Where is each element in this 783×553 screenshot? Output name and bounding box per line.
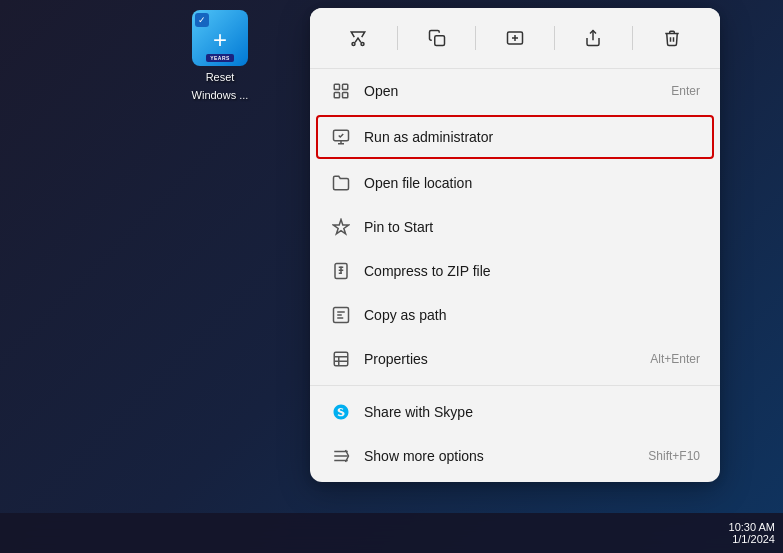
properties-shortcut: Alt+Enter — [650, 352, 700, 366]
app-icon[interactable]: ✓ + YEARS Reset Windows ... — [180, 10, 260, 103]
menu-item-properties[interactable]: Properties Alt+Enter — [310, 337, 720, 381]
app-icon-image: ✓ + YEARS — [192, 10, 248, 66]
svg-point-1 — [361, 43, 364, 46]
svg-rect-6 — [343, 84, 348, 89]
menu-item-more-options[interactable]: Show more options Shift+F10 — [310, 434, 720, 478]
toolbar-divider-1 — [397, 26, 398, 50]
rename-icon[interactable] — [497, 20, 533, 56]
date-display: 1/1/2024 — [729, 533, 775, 545]
svg-rect-16 — [334, 352, 348, 366]
run-admin-label: Run as administrator — [364, 129, 700, 145]
pin-start-label: Pin to Start — [364, 219, 700, 235]
toolbar-divider-2 — [475, 26, 476, 50]
svg-rect-7 — [334, 93, 339, 98]
open-location-label: Open file location — [364, 175, 700, 191]
menu-item-open[interactable]: Open Enter — [310, 69, 720, 113]
share-icon[interactable] — [575, 20, 611, 56]
open-label: Open — [364, 83, 651, 99]
run-admin-icon — [330, 126, 352, 148]
menu-divider — [310, 385, 720, 386]
compress-icon — [330, 260, 352, 282]
check-badge: ✓ — [195, 13, 209, 27]
share-skype-label: Share with Skype — [364, 404, 700, 420]
taskbar: 10:30 AM 1/1/2024 — [0, 513, 783, 553]
app-icon-label2: Windows ... — [192, 88, 249, 102]
toolbar-divider-4 — [632, 26, 633, 50]
svg-point-0 — [352, 43, 355, 46]
context-menu-toolbar — [310, 8, 720, 69]
menu-item-pin-start[interactable]: Pin to Start — [310, 205, 720, 249]
copy-path-icon — [330, 304, 352, 326]
taskbar-time: 10:30 AM 1/1/2024 — [729, 521, 775, 545]
properties-icon — [330, 348, 352, 370]
app-icon-label: Reset — [206, 70, 235, 84]
menu-item-open-location[interactable]: Open file location — [310, 161, 720, 205]
copy-icon[interactable] — [419, 20, 455, 56]
svg-rect-8 — [343, 93, 348, 98]
open-icon — [330, 80, 352, 102]
svg-rect-2 — [434, 36, 444, 46]
pin-icon — [330, 216, 352, 238]
more-options-label: Show more options — [364, 448, 628, 464]
plus-symbol: + — [213, 26, 227, 54]
menu-item-share-skype[interactable]: Share with Skype — [310, 390, 720, 434]
context-menu: Open Enter Run as administrator Open fil… — [310, 8, 720, 482]
desktop: ✓ + YEARS Reset Windows ... — [0, 0, 783, 553]
delete-icon[interactable] — [654, 20, 690, 56]
menu-item-run-admin[interactable]: Run as administrator — [316, 115, 714, 159]
time-display: 10:30 AM — [729, 521, 775, 533]
years-badge: YEARS — [206, 54, 234, 62]
more-options-icon — [330, 445, 352, 467]
cut-icon[interactable] — [340, 20, 376, 56]
menu-item-copy-path[interactable]: Copy as path — [310, 293, 720, 337]
compress-zip-label: Compress to ZIP file — [364, 263, 700, 279]
more-options-shortcut: Shift+F10 — [648, 449, 700, 463]
toolbar-divider-3 — [554, 26, 555, 50]
svg-rect-5 — [334, 84, 339, 89]
skype-icon — [330, 401, 352, 423]
properties-label: Properties — [364, 351, 630, 367]
open-shortcut: Enter — [671, 84, 700, 98]
copy-path-label: Copy as path — [364, 307, 700, 323]
menu-item-compress-zip[interactable]: Compress to ZIP file — [310, 249, 720, 293]
folder-icon — [330, 172, 352, 194]
